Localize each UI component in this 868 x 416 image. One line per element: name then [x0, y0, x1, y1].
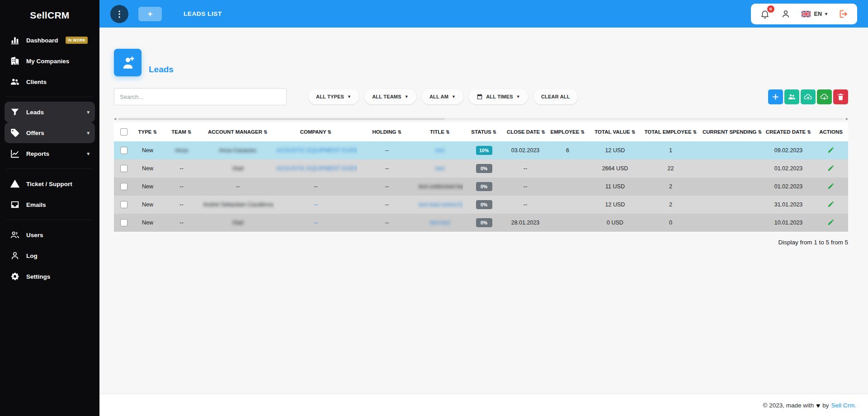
sidebar-item-ticket-support[interactable]: Ticket / Support [5, 173, 95, 194]
logout-button[interactable] [838, 9, 848, 19]
scrollbar-thumb[interactable] [118, 118, 445, 120]
table-cell: Anca Cazacioc [201, 141, 274, 159]
leads-table: TYPE ⇅TEAM ⇅ACCOUNT MANAGER ⇅COMPANY ⇅HO… [114, 122, 848, 232]
sellcrm-link[interactable]: Sell Crm. [831, 402, 856, 409]
row-checkbox[interactable] [120, 165, 127, 172]
column-header-created-date[interactable]: CREATED DATE ⇅ [763, 122, 814, 141]
column-header-holding[interactable]: HOLDING ⇅ [357, 122, 417, 141]
table-cell [814, 196, 848, 214]
notifications-button[interactable]: 0 [760, 9, 770, 19]
cell-team: -- [179, 201, 183, 208]
sidebar-item-label: Settings [26, 273, 50, 280]
sidebar-item-log[interactable]: Log [5, 245, 95, 266]
table-cell [701, 196, 763, 214]
edit-button[interactable] [827, 164, 835, 172]
column-header-company[interactable]: COMPANY ⇅ [274, 122, 357, 141]
column-header-total-value[interactable]: TOTAL VALUE ⇅ [590, 122, 641, 141]
row-checkbox[interactable] [120, 183, 127, 190]
table-row[interactable]: NewAncaAnca CazaciocACOUSTIC EQUIPMENT E… [114, 141, 848, 159]
sidebar-item-emails[interactable]: Emails [5, 194, 95, 215]
column-header-current-spending[interactable]: CURRENT SPENDING ⇅ [701, 122, 763, 141]
table-cell: New [133, 214, 162, 232]
scroll-right-icon[interactable]: ▸ [846, 117, 848, 121]
table-row[interactable]: New--------test unblocked leads0%--11 US… [114, 178, 848, 196]
row-checkbox[interactable] [120, 201, 127, 208]
filter-all-times-button[interactable]: ALL TIMES▼ [469, 89, 528, 104]
table-cell: -- [505, 178, 546, 196]
cell-holding: -- [385, 183, 389, 190]
table-cell [546, 159, 590, 178]
cell-company[interactable]: -- [314, 220, 317, 226]
table-row[interactable]: New--Andrei Sebastian Cazaferou----test … [114, 196, 848, 214]
sidebar-item-settings[interactable]: Settings [5, 266, 95, 287]
edit-button[interactable] [827, 219, 835, 226]
sidebar-item-label: Ticket / Support [26, 181, 72, 187]
sidebar-item-my-companies[interactable]: My Companies [5, 51, 95, 71]
table-cell: 01.02.2023 [763, 159, 814, 178]
chevron-down-icon: ▼ [347, 94, 351, 99]
menu-dots-button[interactable]: ⋮ [110, 5, 128, 23]
column-header-team[interactable]: TEAM ⇅ [162, 122, 201, 141]
select-all-checkbox[interactable] [120, 128, 127, 136]
offers-icon [10, 128, 20, 138]
filter-label: ALL TYPES [316, 94, 344, 99]
scroll-left-icon[interactable]: ◂ [114, 117, 116, 121]
column-header-account-manager[interactable]: ACCOUNT MANAGER ⇅ [201, 122, 274, 141]
profile-button[interactable] [781, 9, 791, 19]
table-cell: -- [162, 196, 201, 214]
quick-add-button[interactable]: + [138, 7, 162, 21]
table-cell: -- [357, 196, 417, 214]
column-header-employee[interactable]: EMPLOYEE ⇅ [546, 122, 590, 141]
cell-close-date: -- [524, 201, 527, 208]
cell-company[interactable]: ACOUSTIC EQUIPMENT EVENTS S.R.L. [276, 165, 357, 172]
clients-icon [10, 77, 20, 87]
cell-company[interactable]: -- [314, 201, 317, 208]
sidebar-item-reports[interactable]: Reports▾ [5, 143, 95, 164]
cell-company[interactable]: ACOUSTIC EQUIPMENT EVENTS S.R.L. [276, 147, 357, 154]
edit-button[interactable] [827, 146, 835, 154]
filter-all-types-button[interactable]: ALL TYPES▼ [308, 89, 359, 104]
sidebar-item-clients[interactable]: Clients [5, 71, 95, 92]
column-header-status[interactable]: STATUS ⇅ [463, 122, 505, 141]
table-cell: -- [357, 214, 417, 232]
scrollbar-track[interactable] [118, 118, 844, 120]
cell-title[interactable]: test [435, 165, 444, 172]
sidebar-item-dashboard[interactable]: DashboardIN WORK [5, 30, 95, 51]
import-leads-button[interactable] [801, 89, 816, 104]
cell-title[interactable]: test lead ashev/11 [419, 201, 463, 208]
export-leads-button[interactable] [817, 89, 832, 104]
cell-title[interactable]: test test [430, 220, 450, 226]
column-header-actions[interactable]: ACTIONS [814, 122, 848, 141]
cell-total-employee: 2 [669, 201, 672, 208]
add-lead-button[interactable] [768, 89, 783, 104]
sidebar-item-leads[interactable]: Leads▾ [5, 102, 95, 122]
sidebar-item-users[interactable]: Users [5, 224, 95, 245]
filter-all-am-button[interactable]: ALL AM▼ [422, 89, 463, 104]
column-header-title[interactable]: TITLE ⇅ [417, 122, 463, 141]
cell-company: -- [314, 183, 317, 190]
column-header-close-date[interactable]: CLOSE DATE ⇅ [505, 122, 546, 141]
delete-leads-button[interactable] [833, 89, 848, 104]
sidebar-item-offers[interactable]: Offers▾ [5, 122, 95, 143]
edit-button[interactable] [827, 182, 835, 190]
filter-all-teams-button[interactable]: ALL TEAMS▼ [364, 89, 416, 104]
cell-close-date: -- [524, 183, 527, 190]
table-horizontal-scrollbar[interactable]: ◂ ▸ [114, 116, 848, 122]
filter-clear-all-button[interactable]: CLEAR ALL [533, 89, 578, 104]
column-header-type[interactable]: TYPE ⇅ [133, 122, 162, 141]
language-selector[interactable]: EN ▾ [802, 11, 827, 17]
column-header-total-employee[interactable]: TOTAL EMPLOYEE ⇅ [641, 122, 701, 141]
topbar-title: LEADS LIST [184, 10, 222, 17]
table-row[interactable]: New--Vlad----test test0%28.01.20230 USD0… [114, 214, 848, 232]
assign-users-button[interactable] [784, 89, 799, 104]
row-checkbox[interactable] [120, 147, 127, 154]
table-cell: -- [274, 214, 357, 232]
edit-button[interactable] [827, 201, 835, 208]
table-cell [701, 141, 763, 159]
cell-title[interactable]: test [435, 147, 444, 154]
table-cell: test test [417, 214, 463, 232]
row-checkbox[interactable] [120, 219, 127, 226]
table-row[interactable]: New--VladACOUSTIC EQUIPMENT EVENTS S.R.L… [114, 159, 848, 178]
assign-users-icon [788, 93, 796, 101]
search-input[interactable] [114, 88, 287, 105]
